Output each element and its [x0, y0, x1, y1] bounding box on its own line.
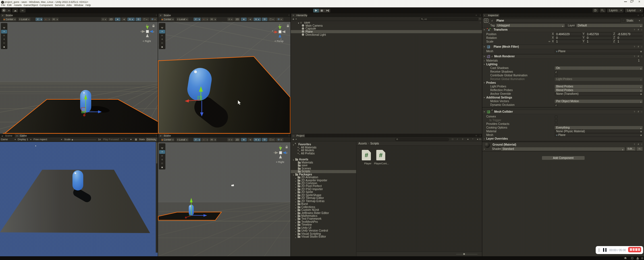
svg-text:z: z	[153, 31, 154, 33]
svg-text:z: z	[286, 152, 288, 154]
svg-text:y: y	[279, 24, 280, 26]
svg-text:y: y	[280, 145, 281, 147]
svg-text:< Persp: < Persp	[275, 40, 283, 43]
svg-text:x: x	[272, 30, 273, 32]
svg-text:y: y	[146, 24, 148, 26]
svg-text:< Right: < Right	[143, 40, 151, 43]
svg-text:< Right: < Right	[276, 161, 284, 163]
